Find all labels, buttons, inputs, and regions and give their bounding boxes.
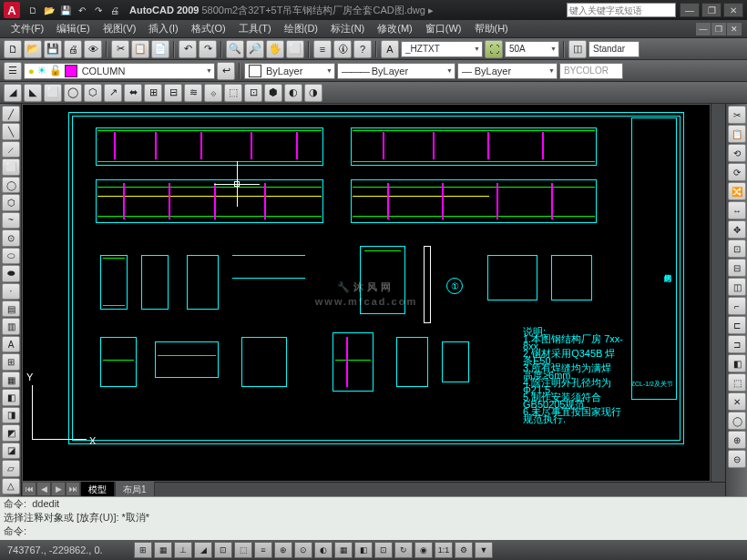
status-toggle-9[interactable]: ◐ <box>314 542 333 558</box>
menu-window[interactable]: 窗口(W) <box>420 20 467 37</box>
menu-draw[interactable]: 绘图(D) <box>279 20 323 37</box>
draw-tool-19[interactable]: ◪ <box>2 443 20 459</box>
text-style-icon[interactable]: A <box>381 40 399 58</box>
status-toggle-14[interactable]: ◉ <box>414 542 433 558</box>
status-toggle-8[interactable]: ⊙ <box>294 542 312 558</box>
draw-tool-9[interactable]: ⬬ <box>2 265 20 281</box>
status-toggle-4[interactable]: ⊡ <box>214 542 232 558</box>
tb3-btn-1[interactable]: ◣ <box>24 84 42 102</box>
qat-redo-icon[interactable]: ↷ <box>91 3 106 17</box>
dim-style-combo[interactable]: Standar <box>588 41 640 57</box>
tb3-btn-5[interactable]: ↗ <box>104 84 122 102</box>
zoom-out-icon[interactable]: 🔎 <box>246 40 264 58</box>
status-toggle-3[interactable]: ◢ <box>194 542 212 558</box>
draw-tool-14[interactable]: ⊞ <box>2 353 20 370</box>
draw-tool-18[interactable]: ◩ <box>2 424 20 441</box>
modify-tool-6[interactable]: ✥ <box>728 220 746 239</box>
modify-tool-3[interactable]: ⟳ <box>728 163 746 181</box>
draw-tool-3[interactable]: ⬜ <box>2 158 20 175</box>
draw-tool-5[interactable]: ⬡ <box>2 194 20 210</box>
draw-tool-16[interactable]: ◧ <box>2 389 20 405</box>
layer-combo[interactable]: ● ☀ 🔓 COLUMN <box>24 63 215 79</box>
paste-icon[interactable]: 📄 <box>151 40 169 58</box>
status-toggle-1[interactable]: ▦ <box>154 542 172 558</box>
tab-model[interactable]: 模型 <box>80 481 115 498</box>
draw-tool-11[interactable]: ▤ <box>2 300 20 317</box>
tb3-btn-3[interactable]: ◯ <box>64 84 82 102</box>
modify-tool-2[interactable]: ⟲ <box>728 144 746 162</box>
menu-tools[interactable]: 工具(T) <box>233 20 277 37</box>
horizontal-scrollbar[interactable] <box>155 482 725 496</box>
command-input[interactable] <box>26 526 743 537</box>
menu-dimension[interactable]: 标注(N) <box>325 20 370 37</box>
tb3-btn-0[interactable]: ◢ <box>4 84 22 102</box>
print-icon[interactable]: 🖨 <box>64 40 82 58</box>
draw-tool-8[interactable]: ⬭ <box>2 248 20 264</box>
app-logo[interactable]: A <box>4 2 20 18</box>
modify-tool-16[interactable]: ◯ <box>728 412 746 430</box>
modify-tool-7[interactable]: ⊡ <box>728 239 746 258</box>
draw-tool-10[interactable]: · <box>2 283 20 300</box>
modify-tool-15[interactable]: ✕ <box>728 392 746 411</box>
lineweight-combo[interactable]: — ByLayer <box>457 63 558 79</box>
status-toggle-12[interactable]: ⊡ <box>374 542 393 558</box>
mdi-minimize[interactable]: — <box>696 23 711 36</box>
status-toggle-2[interactable]: ⊥ <box>174 542 192 558</box>
modify-tool-10[interactable]: ⌐ <box>728 297 746 315</box>
copy-icon[interactable]: 📋 <box>131 40 149 58</box>
qat-open-icon[interactable]: 📂 <box>42 3 56 17</box>
vertical-scrollbar[interactable] <box>711 104 725 482</box>
undo-icon[interactable]: ↶ <box>179 40 197 58</box>
open-icon[interactable]: 📂 <box>24 40 42 58</box>
menu-insert[interactable]: 插入(I) <box>143 20 183 37</box>
status-toggle-17[interactable]: ▼ <box>475 542 493 558</box>
minimize-button[interactable]: — <box>680 3 700 17</box>
tb3-btn-10[interactable]: ⟐ <box>204 84 222 102</box>
draw-tool-12[interactable]: ▥ <box>2 318 20 334</box>
zoom-in-icon[interactable]: 🔍 <box>226 40 244 58</box>
modify-tool-17[interactable]: ⊕ <box>728 431 746 449</box>
tb3-btn-8[interactable]: ⊟ <box>164 84 182 102</box>
mdi-restore[interactable]: ❐ <box>711 23 726 36</box>
modify-tool-18[interactable]: ⊖ <box>728 450 746 468</box>
modify-tool-4[interactable]: 🔀 <box>728 182 746 200</box>
tb3-btn-15[interactable]: ◑ <box>304 84 322 102</box>
cut-icon[interactable]: ✂ <box>111 40 129 58</box>
draw-tool-17[interactable]: ◨ <box>2 407 20 423</box>
status-toggle-7[interactable]: ⊕ <box>274 542 292 558</box>
draw-tool-0[interactable]: ╱ <box>2 106 20 122</box>
menu-view[interactable]: 视图(V) <box>97 20 142 37</box>
qat-print-icon[interactable]: 🖨 <box>107 3 122 17</box>
tb3-btn-7[interactable]: ⊞ <box>144 84 162 102</box>
tb3-btn-4[interactable]: ⬡ <box>84 84 102 102</box>
properties-icon[interactable]: ≡ <box>313 40 332 58</box>
menu-format[interactable]: 格式(O) <box>186 20 231 37</box>
help-icon[interactable]: ? <box>353 40 372 58</box>
layer-prev-icon[interactable]: ↩ <box>217 62 235 80</box>
tb3-btn-2[interactable]: ⬜ <box>44 84 62 102</box>
color-combo[interactable]: ByLayer <box>244 63 335 79</box>
tb3-btn-14[interactable]: ◐ <box>284 84 302 102</box>
modify-tool-5[interactable]: ↔ <box>728 201 746 219</box>
status-toggle-10[interactable]: ▦ <box>334 542 353 558</box>
status-toggle-11[interactable]: ◧ <box>354 542 373 558</box>
redo-icon[interactable]: ↷ <box>199 40 217 58</box>
draw-tool-2[interactable]: ⟋ <box>2 141 20 158</box>
tb3-btn-13[interactable]: ⬢ <box>264 84 282 102</box>
modify-tool-12[interactable]: ⊐ <box>728 335 746 353</box>
tab-next-icon[interactable]: ▶ <box>51 482 66 496</box>
menu-file[interactable]: 文件(F) <box>5 20 49 37</box>
qat-undo-icon[interactable]: ↶ <box>75 3 89 17</box>
draw-tool-20[interactable]: ▱ <box>2 460 20 476</box>
tab-last-icon[interactable]: ⏭ <box>66 482 80 496</box>
draw-tool-6[interactable]: ~ <box>2 212 20 229</box>
tab-prev-icon[interactable]: ◀ <box>36 482 51 496</box>
dim-style-icon[interactable]: ◫ <box>568 40 587 58</box>
tb3-btn-9[interactable]: ≋ <box>184 84 202 102</box>
linetype-combo[interactable]: ——— ByLayer <box>337 63 455 79</box>
modify-tool-13[interactable]: ◧ <box>728 354 746 372</box>
tab-layout1[interactable]: 布局1 <box>115 481 155 498</box>
text-style-combo[interactable]: _HZTXT <box>401 41 483 57</box>
menu-help[interactable]: 帮助(H) <box>469 20 514 37</box>
preview-icon[interactable]: 👁 <box>84 40 102 58</box>
